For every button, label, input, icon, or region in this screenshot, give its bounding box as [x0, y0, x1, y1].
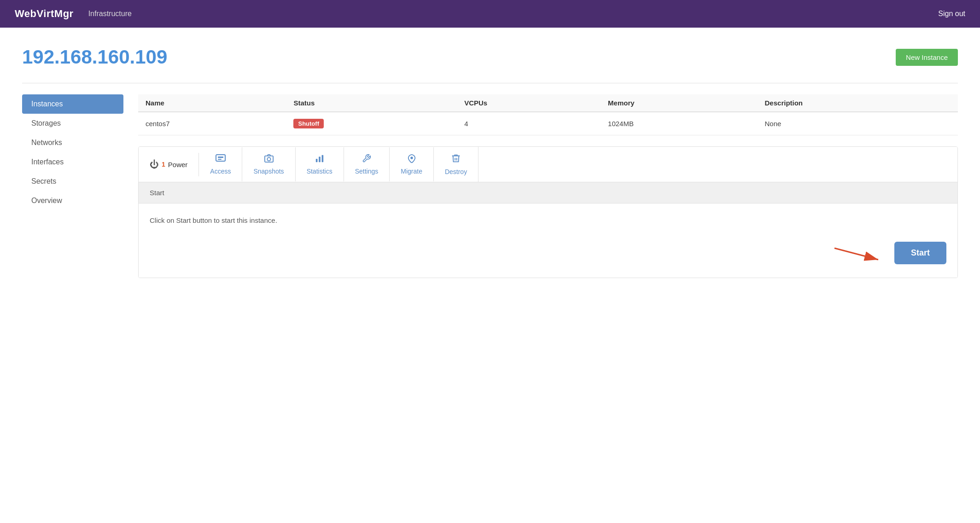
- status-badge: Shutoff: [293, 119, 323, 128]
- tab-snapshots[interactable]: Snapshots: [242, 147, 295, 181]
- tab-snapshots-label: Snapshots: [253, 168, 284, 175]
- start-message: Click on Start button to start this inst…: [150, 216, 946, 224]
- tab-content-body: Click on Start button to start this inst…: [139, 203, 957, 278]
- tab-power-label: Power: [168, 161, 188, 169]
- destroy-icon: [451, 153, 461, 166]
- divider: [22, 83, 958, 83]
- tab-power[interactable]: ⏻ 1 Power: [139, 153, 199, 176]
- sidebar-item-instances[interactable]: Instances: [22, 94, 123, 114]
- instances-table: Name Status VCPUs Memory Description cen…: [138, 94, 958, 135]
- instance-vcpus: 4: [457, 112, 601, 135]
- col-status: Status: [286, 94, 457, 112]
- main-container: 192.168.160.109 New Instance Instances S…: [0, 28, 980, 523]
- brand-logo: WebVirtMgr: [15, 8, 74, 20]
- tab-statistics-label: Statistics: [307, 168, 332, 175]
- tab-settings-label: Settings: [355, 168, 379, 175]
- sidebar-item-secrets[interactable]: Secrets: [22, 172, 123, 191]
- svg-point-8: [410, 157, 413, 159]
- access-icon: [215, 154, 226, 166]
- tab-settings[interactable]: Settings: [344, 147, 390, 181]
- instance-description: None: [758, 112, 958, 135]
- tabs-row: ⏻ 1 Power Access: [139, 147, 957, 182]
- tab-destroy-label: Destroy: [445, 168, 467, 175]
- settings-icon: [361, 154, 372, 166]
- tab-content-power: Start Click on Start button to start thi…: [139, 182, 957, 278]
- sidebar: Instances Storages Networks Interfaces S…: [22, 94, 123, 210]
- right-panel: Name Status VCPUs Memory Description cen…: [138, 94, 958, 278]
- tab-access-label: Access: [210, 168, 231, 175]
- new-instance-button[interactable]: New Instance: [896, 49, 958, 66]
- statistics-icon: [314, 154, 325, 166]
- topnav: WebVirtMgr Infrastructure Sign out: [0, 0, 980, 28]
- col-memory: Memory: [601, 94, 757, 112]
- col-description: Description: [758, 94, 958, 112]
- svg-rect-5: [315, 159, 317, 162]
- sidebar-item-overview[interactable]: Overview: [22, 191, 123, 210]
- svg-rect-1: [218, 157, 223, 158]
- tab-migrate-label: Migrate: [401, 168, 422, 175]
- table-row: centos7 Shutoff 4 1024MB None: [138, 112, 958, 135]
- header-row: 192.168.160.109 New Instance: [22, 46, 958, 68]
- tab-migrate[interactable]: Migrate: [390, 147, 434, 181]
- instance-memory: 1024MB: [601, 112, 757, 135]
- start-button[interactable]: Start: [894, 242, 946, 264]
- tab-access[interactable]: Access: [199, 147, 242, 181]
- svg-point-4: [267, 157, 270, 161]
- action-row: Start: [150, 239, 946, 267]
- col-name: Name: [138, 94, 286, 112]
- arrow-icon: [830, 244, 885, 262]
- svg-rect-2: [218, 159, 222, 160]
- content-row: Instances Storages Networks Interfaces S…: [22, 94, 958, 278]
- signout-button[interactable]: Sign out: [938, 10, 965, 18]
- server-ip: 192.168.160.109: [22, 46, 167, 68]
- instance-status: Shutoff: [286, 112, 457, 135]
- sidebar-item-storages[interactable]: Storages: [22, 114, 123, 133]
- topnav-left: WebVirtMgr Infrastructure: [15, 8, 132, 20]
- arrow-area: [150, 244, 894, 262]
- tab-destroy[interactable]: Destroy: [434, 147, 478, 182]
- sidebar-item-networks[interactable]: Networks: [22, 133, 123, 152]
- power-icon: ⏻: [150, 159, 159, 170]
- col-vcpus: VCPUs: [457, 94, 601, 112]
- migrate-icon: [406, 154, 417, 166]
- tab-content-header: Start: [139, 182, 957, 203]
- svg-rect-6: [319, 157, 321, 162]
- infrastructure-link[interactable]: Infrastructure: [88, 10, 132, 18]
- power-badge: 1: [162, 161, 165, 168]
- sidebar-item-interfaces[interactable]: Interfaces: [22, 152, 123, 172]
- svg-rect-7: [321, 155, 323, 162]
- tabs-section: ⏻ 1 Power Access: [138, 146, 958, 278]
- snapshots-icon: [263, 154, 274, 166]
- svg-line-10: [834, 248, 878, 260]
- instance-name[interactable]: centos7: [138, 112, 286, 135]
- tab-statistics[interactable]: Statistics: [296, 147, 344, 181]
